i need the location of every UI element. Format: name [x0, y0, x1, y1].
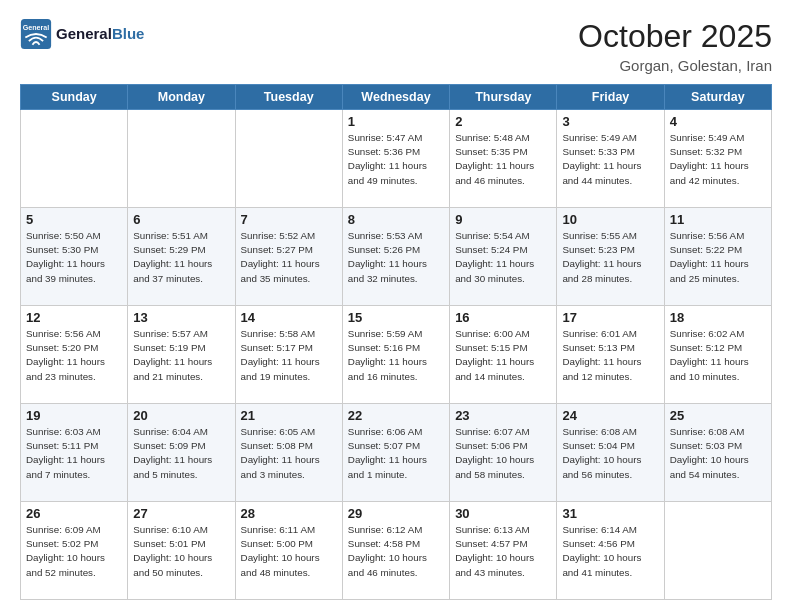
- calendar-cell: 16Sunrise: 6:00 AM Sunset: 5:15 PM Dayli…: [450, 306, 557, 404]
- day-number: 15: [348, 310, 444, 325]
- day-number: 5: [26, 212, 122, 227]
- day-info: Sunrise: 6:10 AM Sunset: 5:01 PM Dayligh…: [133, 523, 229, 580]
- weekday-header-saturday: Saturday: [664, 85, 771, 110]
- calendar-cell: 26Sunrise: 6:09 AM Sunset: 5:02 PM Dayli…: [21, 502, 128, 600]
- calendar-cell: 23Sunrise: 6:07 AM Sunset: 5:06 PM Dayli…: [450, 404, 557, 502]
- calendar-cell: 4Sunrise: 5:49 AM Sunset: 5:32 PM Daylig…: [664, 110, 771, 208]
- location-subtitle: Gorgan, Golestan, Iran: [578, 57, 772, 74]
- day-number: 1: [348, 114, 444, 129]
- calendar-table: SundayMondayTuesdayWednesdayThursdayFrid…: [20, 84, 772, 600]
- day-number: 20: [133, 408, 229, 423]
- calendar-cell: 24Sunrise: 6:08 AM Sunset: 5:04 PM Dayli…: [557, 404, 664, 502]
- calendar-cell: 12Sunrise: 5:56 AM Sunset: 5:20 PM Dayli…: [21, 306, 128, 404]
- calendar-cell: 3Sunrise: 5:49 AM Sunset: 5:33 PM Daylig…: [557, 110, 664, 208]
- day-number: 30: [455, 506, 551, 521]
- day-info: Sunrise: 5:53 AM Sunset: 5:26 PM Dayligh…: [348, 229, 444, 286]
- calendar-cell: [664, 502, 771, 600]
- calendar-cell: 29Sunrise: 6:12 AM Sunset: 4:58 PM Dayli…: [342, 502, 449, 600]
- calendar-cell: 6Sunrise: 5:51 AM Sunset: 5:29 PM Daylig…: [128, 208, 235, 306]
- calendar-week-3: 12Sunrise: 5:56 AM Sunset: 5:20 PM Dayli…: [21, 306, 772, 404]
- calendar-cell: [235, 110, 342, 208]
- calendar-cell: 13Sunrise: 5:57 AM Sunset: 5:19 PM Dayli…: [128, 306, 235, 404]
- day-info: Sunrise: 5:52 AM Sunset: 5:27 PM Dayligh…: [241, 229, 337, 286]
- day-number: 22: [348, 408, 444, 423]
- day-info: Sunrise: 6:14 AM Sunset: 4:56 PM Dayligh…: [562, 523, 658, 580]
- calendar-cell: 22Sunrise: 6:06 AM Sunset: 5:07 PM Dayli…: [342, 404, 449, 502]
- calendar-cell: 14Sunrise: 5:58 AM Sunset: 5:17 PM Dayli…: [235, 306, 342, 404]
- day-number: 11: [670, 212, 766, 227]
- day-number: 14: [241, 310, 337, 325]
- calendar-cell: 27Sunrise: 6:10 AM Sunset: 5:01 PM Dayli…: [128, 502, 235, 600]
- day-number: 23: [455, 408, 551, 423]
- calendar-cell: 30Sunrise: 6:13 AM Sunset: 4:57 PM Dayli…: [450, 502, 557, 600]
- day-info: Sunrise: 5:54 AM Sunset: 5:24 PM Dayligh…: [455, 229, 551, 286]
- calendar-cell: 31Sunrise: 6:14 AM Sunset: 4:56 PM Dayli…: [557, 502, 664, 600]
- logo: General GeneralBlue: [20, 18, 144, 50]
- weekday-header-monday: Monday: [128, 85, 235, 110]
- day-info: Sunrise: 6:08 AM Sunset: 5:03 PM Dayligh…: [670, 425, 766, 482]
- day-info: Sunrise: 5:55 AM Sunset: 5:23 PM Dayligh…: [562, 229, 658, 286]
- calendar-cell: 21Sunrise: 6:05 AM Sunset: 5:08 PM Dayli…: [235, 404, 342, 502]
- day-number: 29: [348, 506, 444, 521]
- calendar-cell: 11Sunrise: 5:56 AM Sunset: 5:22 PM Dayli…: [664, 208, 771, 306]
- day-number: 18: [670, 310, 766, 325]
- calendar-cell: 7Sunrise: 5:52 AM Sunset: 5:27 PM Daylig…: [235, 208, 342, 306]
- day-number: 12: [26, 310, 122, 325]
- calendar-page: General GeneralBlue October 2025 Gorgan,…: [0, 0, 792, 612]
- day-number: 21: [241, 408, 337, 423]
- day-info: Sunrise: 5:49 AM Sunset: 5:32 PM Dayligh…: [670, 131, 766, 188]
- day-info: Sunrise: 5:50 AM Sunset: 5:30 PM Dayligh…: [26, 229, 122, 286]
- day-info: Sunrise: 6:13 AM Sunset: 4:57 PM Dayligh…: [455, 523, 551, 580]
- title-block: October 2025 Gorgan, Golestan, Iran: [578, 18, 772, 74]
- day-number: 4: [670, 114, 766, 129]
- day-info: Sunrise: 6:08 AM Sunset: 5:04 PM Dayligh…: [562, 425, 658, 482]
- calendar-cell: 1Sunrise: 5:47 AM Sunset: 5:36 PM Daylig…: [342, 110, 449, 208]
- logo-text: GeneralBlue: [56, 26, 144, 43]
- weekday-header-wednesday: Wednesday: [342, 85, 449, 110]
- day-number: 17: [562, 310, 658, 325]
- day-info: Sunrise: 5:56 AM Sunset: 5:22 PM Dayligh…: [670, 229, 766, 286]
- calendar-cell: 10Sunrise: 5:55 AM Sunset: 5:23 PM Dayli…: [557, 208, 664, 306]
- weekday-header-sunday: Sunday: [21, 85, 128, 110]
- calendar-cell: 19Sunrise: 6:03 AM Sunset: 5:11 PM Dayli…: [21, 404, 128, 502]
- day-info: Sunrise: 6:11 AM Sunset: 5:00 PM Dayligh…: [241, 523, 337, 580]
- day-info: Sunrise: 6:06 AM Sunset: 5:07 PM Dayligh…: [348, 425, 444, 482]
- month-title: October 2025: [578, 18, 772, 55]
- day-number: 2: [455, 114, 551, 129]
- day-info: Sunrise: 6:03 AM Sunset: 5:11 PM Dayligh…: [26, 425, 122, 482]
- calendar-cell: 25Sunrise: 6:08 AM Sunset: 5:03 PM Dayli…: [664, 404, 771, 502]
- day-info: Sunrise: 5:49 AM Sunset: 5:33 PM Dayligh…: [562, 131, 658, 188]
- calendar-cell: 9Sunrise: 5:54 AM Sunset: 5:24 PM Daylig…: [450, 208, 557, 306]
- weekday-header-tuesday: Tuesday: [235, 85, 342, 110]
- day-info: Sunrise: 6:09 AM Sunset: 5:02 PM Dayligh…: [26, 523, 122, 580]
- day-number: 8: [348, 212, 444, 227]
- day-info: Sunrise: 6:04 AM Sunset: 5:09 PM Dayligh…: [133, 425, 229, 482]
- calendar-cell: 5Sunrise: 5:50 AM Sunset: 5:30 PM Daylig…: [21, 208, 128, 306]
- day-number: 28: [241, 506, 337, 521]
- day-number: 7: [241, 212, 337, 227]
- day-number: 6: [133, 212, 229, 227]
- day-info: Sunrise: 6:01 AM Sunset: 5:13 PM Dayligh…: [562, 327, 658, 384]
- calendar-cell: [21, 110, 128, 208]
- day-number: 26: [26, 506, 122, 521]
- calendar-cell: 17Sunrise: 6:01 AM Sunset: 5:13 PM Dayli…: [557, 306, 664, 404]
- header: General GeneralBlue October 2025 Gorgan,…: [20, 18, 772, 74]
- day-info: Sunrise: 5:57 AM Sunset: 5:19 PM Dayligh…: [133, 327, 229, 384]
- svg-text:General: General: [23, 24, 50, 32]
- day-info: Sunrise: 6:05 AM Sunset: 5:08 PM Dayligh…: [241, 425, 337, 482]
- day-number: 13: [133, 310, 229, 325]
- day-number: 27: [133, 506, 229, 521]
- day-info: Sunrise: 5:58 AM Sunset: 5:17 PM Dayligh…: [241, 327, 337, 384]
- day-info: Sunrise: 6:02 AM Sunset: 5:12 PM Dayligh…: [670, 327, 766, 384]
- calendar-week-1: 1Sunrise: 5:47 AM Sunset: 5:36 PM Daylig…: [21, 110, 772, 208]
- day-info: Sunrise: 5:56 AM Sunset: 5:20 PM Dayligh…: [26, 327, 122, 384]
- day-info: Sunrise: 5:48 AM Sunset: 5:35 PM Dayligh…: [455, 131, 551, 188]
- day-number: 10: [562, 212, 658, 227]
- day-number: 24: [562, 408, 658, 423]
- calendar-cell: 20Sunrise: 6:04 AM Sunset: 5:09 PM Dayli…: [128, 404, 235, 502]
- day-number: 3: [562, 114, 658, 129]
- calendar-cell: 28Sunrise: 6:11 AM Sunset: 5:00 PM Dayli…: [235, 502, 342, 600]
- calendar-cell: 18Sunrise: 6:02 AM Sunset: 5:12 PM Dayli…: [664, 306, 771, 404]
- calendar-cell: 15Sunrise: 5:59 AM Sunset: 5:16 PM Dayli…: [342, 306, 449, 404]
- calendar-cell: [128, 110, 235, 208]
